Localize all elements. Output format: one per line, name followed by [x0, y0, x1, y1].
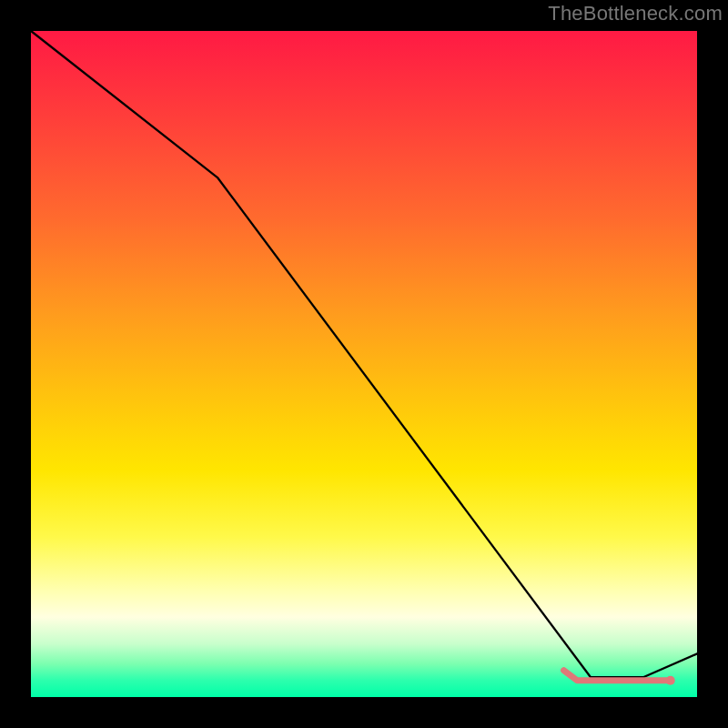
optimal-range-end-dot	[666, 676, 675, 685]
plot-area	[31, 31, 697, 697]
plot-svg	[31, 31, 697, 697]
attribution-text: TheBottleneck.com	[548, 2, 723, 25]
curve-line	[31, 31, 697, 677]
chart-container: TheBottleneck.com	[0, 0, 728, 728]
